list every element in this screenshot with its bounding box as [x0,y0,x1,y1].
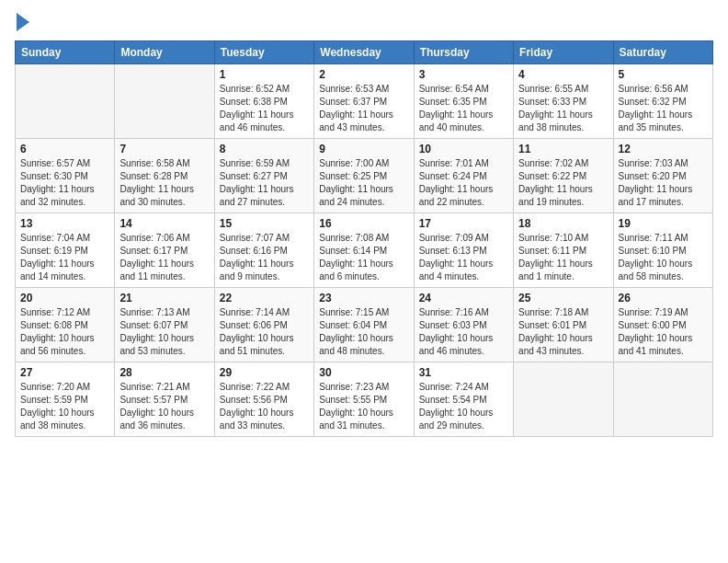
calendar-cell: 19Sunrise: 7:11 AMSunset: 6:10 PMDayligh… [613,213,712,288]
day-number: 19 [619,217,708,230]
day-number: 21 [119,292,209,304]
day-info: Sunrise: 6:52 AMSunset: 6:38 PMDaylight:… [220,83,309,134]
calendar-cell: 16Sunrise: 7:08 AMSunset: 6:14 PMDayligh… [314,213,414,288]
calendar-cell: 13Sunrise: 7:04 AMSunset: 6:19 PMDayligh… [16,213,115,288]
calendar-week-row: 1Sunrise: 6:52 AMSunset: 6:38 PMDaylight… [16,64,713,139]
day-info: Sunrise: 7:19 AMSunset: 6:00 PMDaylight:… [619,306,708,358]
calendar-cell: 21Sunrise: 7:13 AMSunset: 6:07 PMDayligh… [115,288,214,362]
day-info: Sunrise: 6:57 AMSunset: 6:30 PMDaylight:… [20,157,109,209]
calendar-cell: 18Sunrise: 7:10 AMSunset: 6:11 PMDayligh… [514,213,613,288]
calendar-cell: 27Sunrise: 7:20 AMSunset: 5:59 PMDayligh… [16,362,115,437]
day-number: 3 [419,68,508,81]
calendar-cell: 17Sunrise: 7:09 AMSunset: 6:13 PMDayligh… [414,213,513,288]
day-info: Sunrise: 7:07 AMSunset: 6:16 PMDaylight:… [220,232,309,283]
day-number: 4 [518,68,608,81]
day-number: 10 [419,143,508,155]
day-info: Sunrise: 7:23 AMSunset: 5:55 PMDaylight:… [319,381,408,432]
calendar-cell: 30Sunrise: 7:23 AMSunset: 5:55 PMDayligh… [314,362,414,437]
day-info: Sunrise: 7:20 AMSunset: 5:59 PMDaylight:… [20,381,109,432]
day-number: 23 [319,292,408,304]
calendar-cell: 20Sunrise: 7:12 AMSunset: 6:08 PMDayligh… [16,288,115,362]
page-container: SundayMondayTuesdayWednesdayThursdayFrid… [0,0,728,444]
day-number: 31 [419,366,508,379]
day-number: 8 [220,143,309,155]
logo-text [15,15,29,31]
day-number: 12 [619,143,708,155]
calendar-cell: 29Sunrise: 7:22 AMSunset: 5:56 PMDayligh… [214,362,313,437]
calendar-cell: 2Sunrise: 6:53 AMSunset: 6:37 PMDaylight… [314,64,414,139]
day-info: Sunrise: 7:13 AMSunset: 6:07 PMDaylight:… [119,306,209,358]
day-info: Sunrise: 6:59 AMSunset: 6:27 PMDaylight:… [220,157,309,209]
calendar-cell: 9Sunrise: 7:00 AMSunset: 6:25 PMDaylight… [314,139,414,213]
day-info: Sunrise: 7:10 AMSunset: 6:11 PMDaylight:… [518,232,608,283]
day-number: 29 [220,366,309,379]
day-number: 16 [319,217,408,230]
calendar-cell: 25Sunrise: 7:18 AMSunset: 6:01 PMDayligh… [514,288,613,362]
calendar-cell: 1Sunrise: 6:52 AMSunset: 6:38 PMDaylight… [214,64,313,139]
calendar-cell: 11Sunrise: 7:02 AMSunset: 6:22 PMDayligh… [514,139,613,213]
calendar-cell [613,362,712,437]
calendar-cell: 26Sunrise: 7:19 AMSunset: 6:00 PMDayligh… [613,288,712,362]
logo-arrow-icon [17,13,29,31]
calendar-header-tuesday: Tuesday [214,41,313,64]
day-info: Sunrise: 7:16 AMSunset: 6:03 PMDaylight:… [419,306,508,358]
calendar-week-row: 13Sunrise: 7:04 AMSunset: 6:19 PMDayligh… [16,213,713,288]
day-info: Sunrise: 6:53 AMSunset: 6:37 PMDaylight:… [319,83,408,134]
day-number: 13 [20,217,109,230]
calendar-cell: 3Sunrise: 6:54 AMSunset: 6:35 PMDaylight… [414,64,513,139]
calendar-header-monday: Monday [115,41,214,64]
day-number: 26 [619,292,708,304]
calendar-cell: 23Sunrise: 7:15 AMSunset: 6:04 PMDayligh… [314,288,414,362]
day-number: 22 [220,292,309,304]
calendar-cell: 7Sunrise: 6:58 AMSunset: 6:28 PMDaylight… [115,139,214,213]
day-info: Sunrise: 7:12 AMSunset: 6:08 PMDaylight:… [20,306,109,358]
calendar-table: SundayMondayTuesdayWednesdayThursdayFrid… [15,40,713,437]
day-info: Sunrise: 6:55 AMSunset: 6:33 PMDaylight:… [518,83,608,134]
day-number: 5 [619,68,708,81]
calendar-cell: 14Sunrise: 7:06 AMSunset: 6:17 PMDayligh… [115,213,214,288]
calendar-cell: 5Sunrise: 6:56 AMSunset: 6:32 PMDaylight… [613,64,712,139]
day-info: Sunrise: 7:00 AMSunset: 6:25 PMDaylight:… [319,157,408,209]
calendar-cell: 8Sunrise: 6:59 AMSunset: 6:27 PMDaylight… [214,139,313,213]
calendar-cell [514,362,613,437]
day-info: Sunrise: 6:56 AMSunset: 6:32 PMDaylight:… [619,83,708,134]
calendar-cell: 24Sunrise: 7:16 AMSunset: 6:03 PMDayligh… [414,288,513,362]
calendar-header-saturday: Saturday [613,41,712,64]
calendar-cell: 28Sunrise: 7:21 AMSunset: 5:57 PMDayligh… [115,362,214,437]
day-info: Sunrise: 7:01 AMSunset: 6:24 PMDaylight:… [419,157,508,209]
day-info: Sunrise: 7:21 AMSunset: 5:57 PMDaylight:… [119,381,209,432]
calendar-week-row: 6Sunrise: 6:57 AMSunset: 6:30 PMDaylight… [16,139,713,213]
day-info: Sunrise: 7:02 AMSunset: 6:22 PMDaylight:… [518,157,608,209]
calendar-cell: 12Sunrise: 7:03 AMSunset: 6:20 PMDayligh… [613,139,712,213]
calendar-cell: 31Sunrise: 7:24 AMSunset: 5:54 PMDayligh… [414,362,513,437]
day-number: 14 [119,217,209,230]
day-number: 9 [319,143,408,155]
day-info: Sunrise: 7:15 AMSunset: 6:04 PMDaylight:… [319,306,408,358]
header [15,15,713,31]
day-info: Sunrise: 7:03 AMSunset: 6:20 PMDaylight:… [619,157,708,209]
day-number: 30 [319,366,408,379]
calendar-week-row: 20Sunrise: 7:12 AMSunset: 6:08 PMDayligh… [16,288,713,362]
day-number: 28 [119,366,209,379]
calendar-cell: 10Sunrise: 7:01 AMSunset: 6:24 PMDayligh… [414,139,513,213]
day-number: 17 [419,217,508,230]
day-info: Sunrise: 7:09 AMSunset: 6:13 PMDaylight:… [419,232,508,283]
calendar-cell: 6Sunrise: 6:57 AMSunset: 6:30 PMDaylight… [16,139,115,213]
day-info: Sunrise: 7:11 AMSunset: 6:10 PMDaylight:… [619,232,708,283]
calendar-week-row: 27Sunrise: 7:20 AMSunset: 5:59 PMDayligh… [16,362,713,437]
day-number: 15 [220,217,309,230]
day-info: Sunrise: 7:22 AMSunset: 5:56 PMDaylight:… [220,381,309,432]
day-info: Sunrise: 7:14 AMSunset: 6:06 PMDaylight:… [220,306,309,358]
day-number: 11 [518,143,608,155]
day-number: 2 [319,68,408,81]
day-number: 24 [419,292,508,304]
calendar-header-wednesday: Wednesday [314,41,414,64]
calendar-cell: 4Sunrise: 6:55 AMSunset: 6:33 PMDaylight… [514,64,613,139]
day-number: 7 [119,143,209,155]
day-number: 27 [20,366,109,379]
day-number: 18 [518,217,608,230]
day-number: 6 [20,143,109,155]
day-info: Sunrise: 7:04 AMSunset: 6:19 PMDaylight:… [20,232,109,283]
calendar-cell: 15Sunrise: 7:07 AMSunset: 6:16 PMDayligh… [214,213,313,288]
day-info: Sunrise: 7:06 AMSunset: 6:17 PMDaylight:… [119,232,209,283]
